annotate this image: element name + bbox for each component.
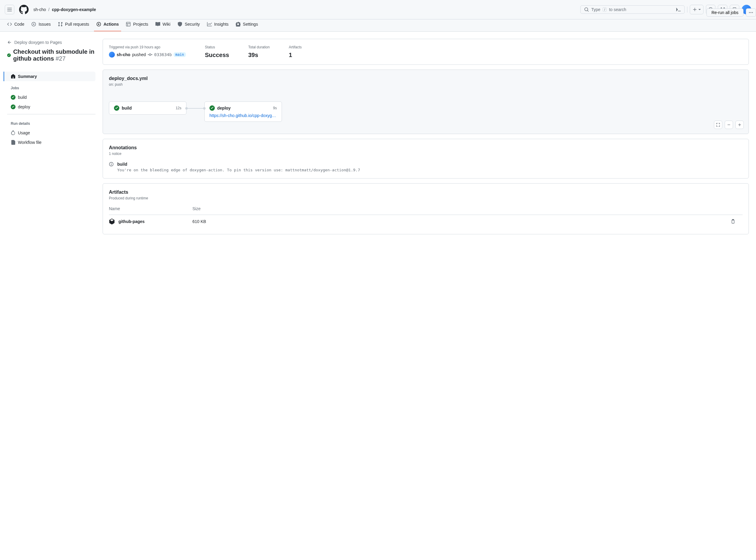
table-icon (126, 22, 131, 26)
check-circle-icon (114, 105, 119, 111)
check-circle-icon (209, 105, 215, 111)
nav-security[interactable]: Security (175, 19, 202, 31)
job-node-build[interactable]: build 12s (109, 101, 187, 115)
global-header: sh-cho / cpp-doxygen-example Type / to s… (0, 0, 756, 19)
actor-name[interactable]: sh-cho (117, 52, 130, 57)
sidebar-job-deploy[interactable]: deploy (7, 102, 96, 112)
trash-icon[interactable] (731, 219, 735, 224)
commit-icon (148, 52, 152, 57)
deploy-url[interactable]: https://sh-cho.github.io/cpp-doxygen-e… (209, 113, 277, 118)
zoom-out-button[interactable] (725, 121, 733, 129)
kebab-icon (749, 10, 753, 15)
more-options-button[interactable] (746, 8, 756, 17)
sidebar-usage[interactable]: Usage (7, 128, 96, 138)
check-circle-icon (7, 52, 11, 58)
jobs-label: Jobs (7, 81, 96, 93)
caret-down-icon (698, 8, 701, 11)
info-icon (109, 162, 114, 166)
triggered-label: Triggered via push 19 hours ago (109, 45, 186, 49)
code-icon (7, 22, 12, 26)
status-label: Status (205, 45, 229, 49)
workflow-graph-card: deploy_docs.yml on: push build 12s deplo… (103, 69, 749, 134)
hamburger-menu[interactable] (5, 5, 14, 14)
repo-nav: Code Issues Pull requests Actions Projec… (0, 19, 756, 32)
artifact-name[interactable]: github-pages (119, 219, 145, 224)
workflow-title: Checkout with submodule in github action… (7, 48, 96, 62)
svg-point-11 (752, 12, 753, 13)
package-icon (109, 219, 115, 224)
artifacts-card: Artifacts Produced during runtime Name S… (103, 183, 749, 234)
search-suffix: to search (609, 7, 626, 12)
owner-link[interactable]: sh-cho (34, 7, 46, 12)
sidebar-job-build[interactable]: build (7, 93, 96, 102)
workflow-trigger: on: push (109, 82, 742, 86)
fullscreen-icon (716, 123, 720, 127)
back-link[interactable]: Deploy doxygen to Pages (7, 39, 96, 46)
job-duration: 12s (176, 106, 182, 110)
nav-insights[interactable]: Insights (205, 19, 231, 31)
file-icon (11, 140, 16, 145)
plus-icon (737, 123, 742, 127)
nav-issues[interactable]: Issues (29, 19, 53, 31)
col-name-header: Name (109, 206, 192, 211)
nav-pulls[interactable]: Pull requests (56, 19, 91, 31)
svg-point-10 (751, 12, 752, 13)
slash-key: / (603, 7, 607, 12)
zoom-in-button[interactable] (735, 121, 744, 129)
shield-icon (177, 22, 182, 26)
svg-point-12 (149, 54, 151, 56)
check-circle-icon (11, 95, 16, 100)
annotations-subtitle: 1 notice (109, 152, 742, 156)
book-icon (155, 22, 160, 26)
nav-code[interactable]: Code (5, 19, 26, 31)
repo-link[interactable]: cpp-doxygen-example (52, 7, 96, 12)
check-circle-icon (11, 104, 16, 109)
connector (187, 108, 204, 109)
create-button[interactable] (690, 5, 704, 14)
sidebar-workflow-file[interactable]: Workflow file (7, 138, 96, 147)
command-palette-icon (676, 7, 681, 12)
workflow-number: #27 (56, 55, 65, 62)
svg-point-3 (33, 24, 34, 25)
artifacts-label: Artifacts (289, 45, 302, 49)
commit-sha[interactable]: 033634b (154, 52, 172, 57)
nav-wiki[interactable]: Wiki (153, 19, 173, 31)
stopwatch-icon (11, 131, 16, 135)
artifacts-subtitle: Produced during runtime (109, 196, 742, 200)
summary-card: Triggered via push 19 hours ago sh-cho p… (103, 39, 749, 65)
artifact-size: 610 KB (192, 219, 731, 224)
github-logo-icon[interactable] (19, 5, 29, 14)
actor-avatar[interactable] (109, 52, 115, 58)
nav-actions[interactable]: Actions (94, 19, 121, 31)
sidebar-summary[interactable]: Summary (4, 72, 96, 81)
branch-tag[interactable]: main (174, 52, 186, 57)
artifacts-title: Artifacts (109, 189, 742, 195)
rerun-button[interactable]: Re-run all jobs (707, 8, 743, 17)
nav-settings[interactable]: Settings (233, 19, 260, 31)
fullscreen-button[interactable] (714, 121, 722, 129)
search-placeholder: Type (591, 7, 600, 12)
graph-icon (207, 22, 212, 26)
annotations-title: Annotations (109, 145, 742, 151)
plus-icon (692, 7, 697, 12)
content-area: Re-run all jobs Triggered via push 19 ho… (103, 39, 749, 239)
play-icon (97, 22, 101, 26)
arrow-left-icon (7, 40, 12, 45)
job-node-deploy[interactable]: deploy 9s https://sh-cho.github.io/cpp-d… (204, 101, 282, 122)
job-name: build (122, 106, 173, 111)
pull-request-icon (58, 22, 63, 26)
nav-projects[interactable]: Projects (124, 19, 151, 31)
run-details-label: Run details (7, 117, 96, 128)
duration-label: Total duration (248, 45, 270, 49)
search-input[interactable]: Type / to search (580, 5, 685, 14)
annotations-card: Annotations 1 notice build You're on the… (103, 139, 749, 179)
workflow-file-name: deploy_docs.yml (109, 76, 742, 81)
duration-value: 39s (248, 52, 270, 59)
svg-point-9 (749, 12, 750, 13)
breadcrumb: sh-cho / cpp-doxygen-example (34, 7, 96, 12)
svg-point-16 (111, 163, 111, 164)
artifact-row: github-pages 610 KB (109, 215, 742, 228)
divider (7, 114, 96, 114)
artifacts-value: 1 (289, 52, 302, 59)
col-size-header: Size (192, 206, 731, 211)
